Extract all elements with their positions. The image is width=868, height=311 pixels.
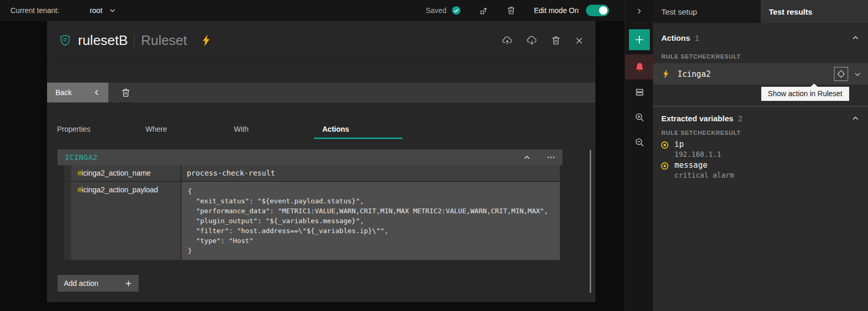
collapse-actions-button[interactable] [851,33,860,42]
rows-icon [635,87,645,97]
extracted-variables-list: ip 192.168.1.1 message critical alarm [660,140,863,181]
hash-prefix: # [77,186,82,194]
dialog-header: rulesetB Ruleset [47,21,595,61]
action-result-row[interactable]: Icinga2 [653,63,868,85]
expand-panel-button[interactable] [625,0,653,23]
rule-group-label: RULE SETCHECKRESULT [661,130,741,136]
tooltip-text: Show action in Ruleset [768,89,842,98]
top-bar: Current tenant: root Saved Edit mode On [0,0,625,21]
tab-with[interactable]: With [226,120,314,139]
action-toolbar: Back [47,83,595,102]
trash-icon [121,88,131,98]
title-separator [134,34,134,48]
overflow-menu-button[interactable] [547,153,555,162]
param-value-text: process-check-result [182,165,560,181]
rule-group-label: RULE SETCHECKRESULT [661,53,741,60]
variable-name: ip [674,140,863,149]
variable-radio-icon [660,141,674,149]
action-group-header: ICINGA2 [58,149,562,165]
app-frame: Current tenant: root Saved Edit mode On [0,0,868,311]
delete-button[interactable] [506,6,516,15]
actions-section-header[interactable]: Actions 1 [653,30,868,45]
variable-radio-icon [660,162,674,170]
param-value-action-name[interactable]: process-check-result [182,165,560,181]
actions-count-badge: 1 [695,33,699,42]
tenant-select[interactable]: root [89,6,116,15]
alarm-button[interactable] [625,54,653,79]
param-key-action-name: #icinga2_action_name [71,165,182,181]
tab-test-results[interactable]: Test results [761,0,868,23]
tab-test-setup[interactable]: Test setup [653,0,761,23]
param-key-action-payload: #icinga2_action_payload [71,182,182,260]
saved-label: Saved [426,6,447,15]
lightning-icon [662,70,670,79]
chevron-left-icon [93,88,101,97]
variable-name: message [674,160,863,170]
row-gutter [64,182,71,260]
chevron-right-icon [635,7,643,15]
collapse-variables-button[interactable] [851,114,860,122]
trash-icon [551,36,561,45]
header-subband [47,61,595,83]
tooltip-caret [810,84,818,87]
ruleset-dialog: rulesetB Ruleset [47,21,595,302]
tool-strip [625,0,653,311]
expand-action-button[interactable] [853,70,862,78]
dialog-type-label: Ruleset [141,32,187,49]
delete-action-button[interactable] [121,88,131,98]
collapse-group-button[interactable] [523,153,531,162]
cloud-download-icon [526,35,537,46]
action-result-name: Icinga2 [678,70,711,79]
zoom-in-button[interactable] [625,105,653,130]
tooltip: Show action in Ruleset [761,87,849,101]
rows-view-button[interactable] [625,79,653,105]
variable-item-ip: ip 192.168.1.1 [660,140,863,159]
tenant-label: Current tenant: [10,6,59,15]
upload-ruleset-button[interactable] [502,35,513,46]
back-button-label: Back [55,88,72,97]
action-tabs: Properties Where With Actions [47,120,595,139]
tab-actions[interactable]: Actions [314,120,402,139]
edit-mode-toggle[interactable] [586,5,609,16]
zoom-out-icon [635,137,645,147]
action-parameter-table: #icinga2_action_name process-check-resul… [64,165,560,261]
cloud-upload-icon [502,35,513,46]
download-ruleset-button[interactable] [526,35,537,46]
delete-ruleset-button[interactable] [551,36,561,45]
param-value-action-payload[interactable]: { "exit_status": "${event.payload.status… [182,182,560,260]
plus-icon [634,34,645,45]
add-event-button[interactable] [629,29,650,50]
test-panel: Test setup Test results Actions 1 RULE S… [653,0,868,311]
icinga2-action-group: ICINGA2 #icinga2_action_name p [58,149,562,261]
show-action-in-ruleset-button[interactable] [834,67,848,81]
close-icon [574,36,584,45]
back-button[interactable]: Back [47,83,108,102]
save-status: Saved [426,6,461,15]
action-group-title: ICINGA2 [65,153,98,162]
hash-prefix: # [77,169,82,177]
table-row: #icinga2_action_payload { "exit_status":… [64,182,560,261]
actions-section-title: Actions [661,33,690,42]
variable-item-message: message critical alarm [660,160,863,180]
overflow-menu-icon [547,153,555,162]
saved-check-icon [452,6,461,15]
zoom-out-button[interactable] [625,130,653,155]
dialog-title: rulesetB [78,32,128,49]
section-divider [653,106,868,107]
add-action-button[interactable]: Add action [58,275,139,292]
variables-section-title: Extracted variables [661,114,734,123]
edit-mode-label: Edit mode On [534,6,579,15]
param-key-label: icinga2_action_payload [82,186,158,194]
tab-properties[interactable]: Properties [49,120,137,139]
export-button[interactable] [479,6,489,16]
plus-icon [125,280,132,287]
row-gutter [64,165,71,181]
tab-where[interactable]: Where [137,120,226,139]
zoom-in-icon [635,112,645,122]
chevron-down-icon [109,7,116,14]
close-dialog-button[interactable] [574,36,584,45]
vertical-scrollbar[interactable] [590,150,591,293]
variable-value: 192.168.1.1 [674,149,863,159]
variables-section-header[interactable]: Extracted variables 2 [653,111,868,125]
trash-icon [506,6,516,15]
